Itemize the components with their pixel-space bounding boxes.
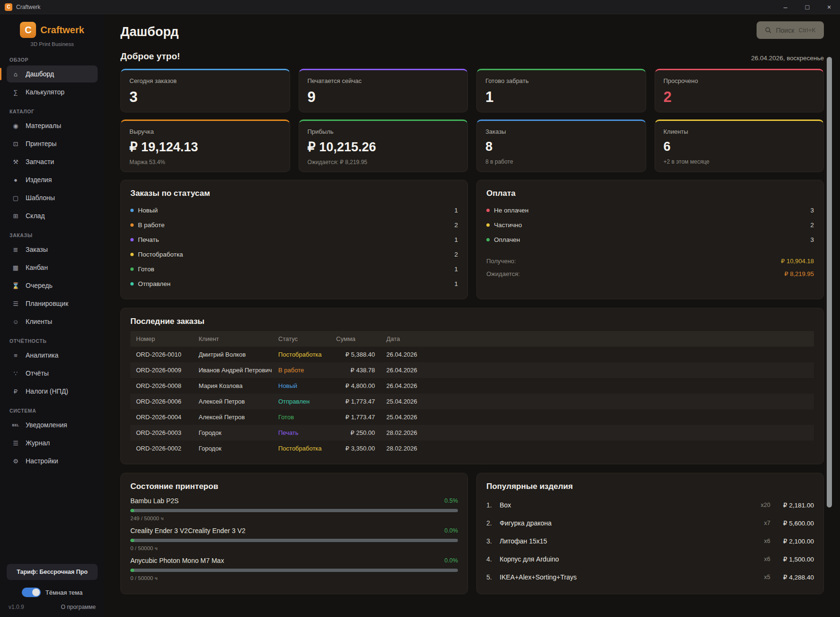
status-row: Постобработка2 (130, 247, 458, 262)
received-label: Получено: (486, 258, 516, 265)
printer-row: Anycubic Photon Mono M7 Max0.0%0 / 50000… (130, 557, 458, 581)
sidebar-item-products[interactable]: ●Изделия (7, 171, 98, 188)
stat-card-printing-now: Печатается сейчас9 (299, 69, 468, 112)
item-price: ₽ 5,600.00 (770, 519, 814, 527)
order-number: ORD-2026-0008 (130, 378, 193, 394)
list-item[interactable]: 1.Boxx20₽ 2,181.00 (486, 496, 814, 514)
sidebar-item-reports[interactable]: ∵Отчёты (7, 365, 98, 382)
expected-value: ₽ 8,219.95 (785, 270, 814, 277)
sidebar-item-materials[interactable]: ◉Материалы (7, 117, 98, 134)
order-client: Алексей Петров (193, 409, 273, 425)
list-item[interactable]: 3.Литофан 15x15x6₽ 2,100.00 (486, 532, 814, 550)
about-link[interactable]: О программе (61, 604, 96, 610)
order-status: Отправлен (273, 394, 330, 409)
status-count: 1 (454, 236, 458, 243)
column-header: Статус (273, 331, 330, 347)
sidebar-item-label: Запчасти (26, 158, 54, 166)
table-row[interactable]: ORD-2026-0009Иванов Андрей ПетровичВ раб… (130, 362, 814, 378)
sidebar-item-queue[interactable]: ⌛Очередь (7, 277, 98, 294)
stat-card-revenue: Выручка₽ 19,124.13Маржа 53.4% (120, 120, 290, 172)
nav-section-label: ОТЧЁТНОСТЬ (9, 338, 95, 344)
status-dot-icon (486, 209, 490, 212)
sidebar-item-planner[interactable]: ☰Планировщик (7, 295, 98, 312)
list-item[interactable]: 4.Корпус для Arduinox6₽ 1,500.00 (486, 550, 814, 568)
status-label: Новый (138, 207, 158, 214)
status-dot-icon (130, 209, 134, 212)
gear-icon: ⚙ (11, 458, 20, 465)
list-item[interactable]: 2.Фигурка драконаx7₽ 5,600.00 (486, 514, 814, 532)
sidebar-item-templates[interactable]: ▢Шаблоны (7, 189, 98, 206)
order-date: 28.02.2026 (381, 441, 438, 456)
sidebar-item-taxes[interactable]: ₽Налоги (НПД) (7, 383, 98, 400)
printer-top: Bambu Lab P2S0.5% (130, 497, 458, 505)
stat-card-label: Готово забрать (485, 77, 637, 84)
item-price: ₽ 1,500.00 (770, 555, 814, 563)
sidebar-item-journal[interactable]: ☰Журнал (7, 434, 98, 451)
item-name: Box (500, 501, 511, 509)
status-count: 2 (810, 221, 814, 229)
maximize-button[interactable]: □ (796, 0, 818, 14)
table-row[interactable]: ORD-2026-0004Алексей ПетровГотов₽ 1,773.… (130, 409, 814, 425)
sidebar-item-settings[interactable]: ⚙Настройки (7, 452, 98, 470)
item-quantity: x5 (764, 574, 770, 580)
list-icon: ≣ (11, 246, 20, 253)
stat-card-value: ₽ 10,215.26 (308, 139, 459, 155)
printer-progress-fill (130, 509, 134, 512)
list-item[interactable]: 5.IKEA+Alex+Sorting+Traysx5₽ 4,288.40 (486, 568, 814, 586)
status-count: 3 (810, 236, 814, 243)
sidebar-item-dashboard[interactable]: ⌂Дашборд (7, 65, 98, 83)
stat-card-orders: Заказы88 в работе (476, 120, 646, 172)
window-title: Craftwerk (16, 4, 40, 10)
printer-progressbar (130, 569, 458, 572)
sidebar-item-label: Настройки (26, 457, 58, 465)
item-price: ₽ 4,288.40 (770, 573, 814, 581)
sidebar-item-warehouse[interactable]: ⊞Склад (7, 207, 98, 224)
sidebar-nav: ОБЗОР⌂Дашборд∑КалькуляторКАТАЛОГ◉Материа… (0, 48, 104, 560)
table-row[interactable]: ORD-2026-0008Мария КозловаНовый₽ 4,800.0… (130, 378, 814, 394)
printer-usage: 0 / 50000 ч (130, 545, 458, 551)
printer-top: Anycubic Photon Mono M7 Max0.0% (130, 557, 458, 564)
sidebar-item-label: Калькулятор (26, 88, 64, 96)
panel-title: Оплата (486, 189, 814, 198)
stat-card-label: Сегодня заказов (129, 77, 281, 84)
sidebar-item-label: Отчёты (26, 369, 49, 377)
stat-cards-row1: Сегодня заказов3Печатается сейчас9Готово… (120, 69, 824, 112)
table-row[interactable]: ORD-2026-0006Алексей ПетровОтправлен₽ 1,… (130, 394, 814, 409)
sidebar-item-kanban[interactable]: ▦Канбан (7, 259, 98, 276)
printers-status-panel: Состояние принтеров Bambu Lab P2S0.5%249… (120, 473, 468, 594)
sidebar-item-parts[interactable]: ⚒Запчасти (7, 153, 98, 170)
sidebar-item-label: Принтеры (26, 140, 56, 147)
order-number: ORD-2026-0010 (130, 347, 193, 362)
stat-card-value: ₽ 19,124.13 (129, 139, 281, 155)
minimize-button[interactable]: – (775, 0, 796, 14)
printer-progressbar (130, 509, 458, 512)
vertical-scrollbar-thumb[interactable] (827, 57, 832, 507)
sidebar-item-notifications[interactable]: BELУведомления (7, 416, 98, 433)
grid-plus-icon: ⊞ (11, 212, 20, 220)
close-button[interactable]: × (818, 0, 840, 14)
status-label: Оплачен (494, 236, 520, 243)
row-spacer (438, 409, 814, 425)
panel-title: Популярные изделия (486, 482, 814, 491)
table-row[interactable]: ORD-2026-0010Дмитрий ВолковПостобработка… (130, 347, 814, 362)
sidebar-item-orders[interactable]: ≣Заказы (7, 241, 98, 258)
search-button[interactable]: Поиск Ctrl+K (757, 21, 824, 39)
stat-card-label: Заказы (485, 128, 637, 135)
tariff-button[interactable]: Тариф: Бессрочная Про (7, 564, 98, 580)
sidebar-item-label: Очередь (26, 282, 53, 289)
item-rank: 2. (486, 519, 500, 527)
item-rank: 5. (486, 573, 500, 581)
sidebar-item-label: Заказы (26, 246, 48, 253)
dark-theme-toggle[interactable] (22, 588, 41, 597)
sidebar-item-calculator[interactable]: ∑Калькулятор (7, 83, 98, 101)
table-row[interactable]: ORD-2026-0002ГородокПостобработка₽ 3,350… (130, 441, 814, 456)
table-row[interactable]: ORD-2026-0003ГородокПечать₽ 250.0028.02.… (130, 425, 814, 441)
sidebar-item-label: Канбан (26, 264, 48, 271)
status-label: В работе (138, 221, 164, 229)
sidebar-item-clients[interactable]: ☺Клиенты (7, 313, 98, 330)
item-rank: 3. (486, 537, 500, 545)
expected-label: Ожидается: (486, 270, 520, 277)
sidebar-item-printers[interactable]: ⊡Принтеры (7, 135, 98, 152)
item-quantity: x6 (764, 538, 770, 544)
sidebar-item-analytics[interactable]: ≡Аналитика (7, 347, 98, 364)
